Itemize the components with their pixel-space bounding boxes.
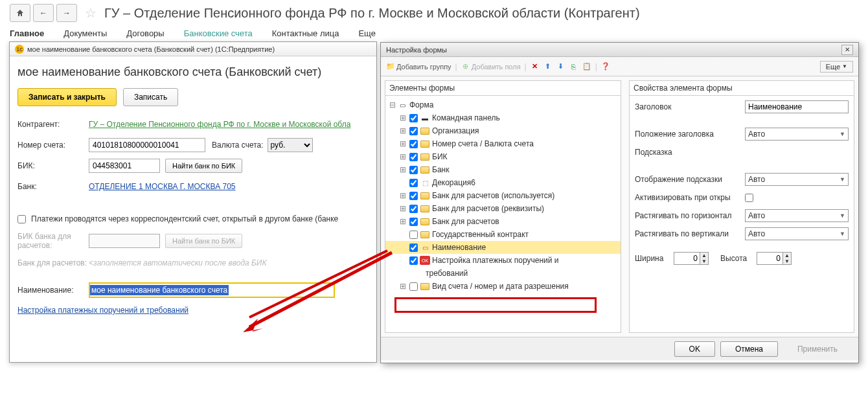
expand-icon[interactable]: ⊞ [398,282,407,291]
tab-contracts[interactable]: Договоры [126,28,164,38]
ok-button[interactable]: OK [674,341,715,357]
prop-label-title: Заголовок [635,102,745,111]
value-counterparty[interactable]: ГУ – Отделение Пенсионного фонда РФ по г… [89,120,350,129]
expand-icon[interactable]: ⊞ [398,165,407,174]
delete-icon[interactable]: ✕ [531,62,540,71]
tree-item[interactable]: ⊞БИК [385,150,621,163]
expand-icon[interactable]: ⊞ [398,139,407,148]
paste-icon[interactable]: 📋 [582,62,591,71]
collapse-icon[interactable]: ⊟ [388,100,397,109]
tree-checkbox[interactable] [409,205,418,213]
prop-checkbox-activate[interactable] [745,194,753,202]
cancel-button[interactable]: Отмена [720,341,778,357]
favorite-star-icon[interactable]: ☆ [85,5,97,21]
tree-item[interactable]: Государственный контракт [385,228,621,241]
tree-item[interactable]: ⬚Декорация6 [385,176,621,189]
input-bik2[interactable] [89,234,160,248]
prop-select-stretch-h[interactable]: Авто▼ [745,209,849,222]
checkbox-correspondent[interactable] [17,215,26,223]
tree-item[interactable]: ⊞Вид счета / номер и дата разрешения [385,280,621,293]
settings-titlebar: Настройка формы ✕ [381,43,858,57]
label-bank: Банк: [17,182,89,191]
tree-item[interactable]: ⊞Банк для расчетов (реквизиты) [385,202,621,215]
input-name[interactable]: мое наименование банковского счета [89,282,335,298]
tree-checkbox[interactable] [409,166,418,174]
tab-documents[interactable]: Документы [63,28,107,38]
save-and-close-button[interactable]: Записать и закрыть [17,88,117,106]
spinner[interactable]: ▲▼ [700,252,709,265]
prop-label-title-pos: Положение заголовка [635,130,745,139]
decoration-icon: ⬚ [420,178,430,187]
tree-item[interactable]: ⊞Банк для расчетов (используется) [385,189,621,202]
forward-button[interactable]: → [56,4,77,22]
tree-checkbox[interactable] [409,244,418,252]
input-bik[interactable] [89,159,160,173]
prop-select-title-pos[interactable]: Авто▼ [745,128,849,141]
tree-item[interactable]: OKНастройка платежных поручений и [385,254,621,267]
page-title: ГУ – Отделение Пенсионного фонда РФ по г… [104,6,640,21]
expand-icon[interactable]: ⊞ [398,152,407,161]
expand-icon[interactable]: ⊞ [398,204,407,213]
tree-item[interactable]: ⊞Банк [385,163,621,176]
link-bank[interactable]: ОТДЕЛЕНИЕ 1 МОСКВА Г. МОСКВА 705 [89,182,236,191]
apply-button[interactable]: Применить [783,341,852,357]
tree-checkbox[interactable] [409,127,418,135]
select-currency[interactable]: руб. [268,138,313,152]
tab-main[interactable]: Главное [10,28,44,38]
save-button[interactable]: Записать [123,88,178,106]
expand-icon[interactable]: ⊞ [398,191,407,200]
prop-select-hint-disp[interactable]: Авто▼ [745,173,849,186]
tree-checkbox[interactable] [409,192,418,200]
tree-checkbox[interactable] [409,140,418,148]
add-group-button[interactable]: 📁Добавить группу [386,62,451,71]
tree-checkbox[interactable] [409,256,418,265]
tree-checkbox[interactable] [409,153,418,161]
copy-icon[interactable]: ⎘ [569,62,578,71]
tree-item[interactable]: ⊞Номер счета / Валюта счета [385,137,621,150]
expand-icon[interactable]: ⊞ [398,126,407,135]
help-icon[interactable]: ❓ [601,62,610,71]
label-name: Наименование: [17,286,89,295]
tree-root[interactable]: ⊟▭Форма [385,98,621,111]
tree-checkbox[interactable] [409,114,418,122]
move-up-icon[interactable]: ⬆ [543,62,553,71]
link-payment-settings[interactable]: Настройка платежных поручений и требован… [17,306,188,315]
placeholder-bank2: <заполняется автоматически после ввода Б… [89,258,267,267]
field-icon: ▭ [420,243,430,252]
folder-icon [420,191,430,200]
tree-checkbox[interactable] [409,231,418,239]
tab-bank-accounts[interactable]: Банковские счета [184,28,253,38]
tree-item[interactable]: ⊞▬Командная панель [385,111,621,124]
bank-account-dialog: 1c мое наименование банковского счета (Б… [9,41,377,363]
expand-icon[interactable]: ⊞ [398,113,407,122]
find-bank-button[interactable]: Найти банк по БИК [165,159,242,173]
prop-input-title[interactable] [745,100,849,113]
tree-checkbox[interactable] [409,179,418,187]
more-menu-button[interactable]: Еще▼ [820,61,853,73]
folder-icon [420,165,430,174]
label-account-number: Номер счета: [17,141,89,150]
find-bank2-button[interactable]: Найти банк по БИК [165,234,242,248]
prop-input-width[interactable] [674,252,700,265]
tree-checkbox[interactable] [409,282,418,291]
input-account-number[interactable] [89,138,205,152]
home-button[interactable] [10,4,30,22]
prop-input-height[interactable] [757,252,782,265]
tab-contacts[interactable]: Контактные лица [272,28,339,38]
close-button[interactable]: ✕ [841,45,853,55]
prop-select-stretch-v[interactable]: Авто▼ [745,227,849,240]
prop-label-hint: Подсказка [635,148,745,157]
tree-item[interactable]: ⊞Организация [385,124,621,137]
tree-item-name[interactable]: ▭Наименование [385,241,621,254]
folder-icon [420,230,430,239]
label-bik: БИК: [17,161,89,170]
expand-icon[interactable]: ⊞ [398,217,407,226]
back-button[interactable]: ← [33,4,54,22]
folder-icon [420,217,430,226]
label-bank2: Банк для расчетов: [17,258,89,267]
spinner[interactable]: ▲▼ [782,252,792,265]
tab-more[interactable]: Еще [358,28,375,38]
tree-checkbox[interactable] [409,218,418,226]
tree-item[interactable]: ⊞Банк для расчетов [385,215,621,228]
move-down-icon[interactable]: ⬇ [556,62,565,71]
